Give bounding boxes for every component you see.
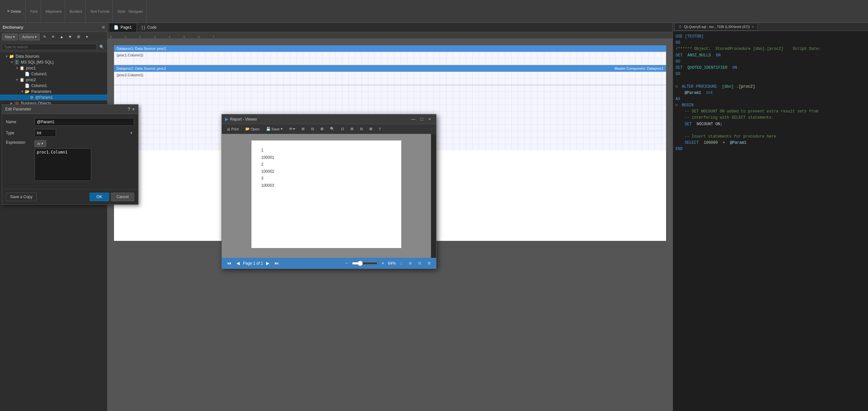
tree-item-mssql[interactable]: ▼ 🗄️ MS SQL [MS SQL] xyxy=(0,59,107,65)
delete-icon: ✕ xyxy=(7,9,10,13)
nav-next-button[interactable]: ▶ xyxy=(264,260,271,266)
dialog-help-button[interactable]: ? xyxy=(128,107,130,112)
top-toolbar: ✕ Delete Font Alignment Borders Text For… xyxy=(0,0,868,23)
sql-line: ⊟ ALTER PROCEDURE [dbo].[proc2] xyxy=(676,84,865,90)
dictionary-header: Dictionary ⊞ xyxy=(0,23,107,32)
band2-content: {proc2.Column1} xyxy=(114,72,666,85)
viewer-view2-button[interactable]: ⊞ xyxy=(348,125,356,132)
viewer-scrollbar[interactable] xyxy=(431,134,436,258)
fx-button[interactable]: fx ▾ xyxy=(34,140,46,147)
expression-textarea[interactable]: proc1.Column1 xyxy=(34,148,91,181)
viewer-print-button[interactable]: 🖨 Print xyxy=(224,126,241,132)
viewer-help-button[interactable]: ? xyxy=(376,126,383,132)
tree-item-proc2-column1[interactable]: 📄 Column1 xyxy=(0,83,107,89)
report-canvas[interactable]: Dataproc1: Data Source: proc1 {proc1.Col… xyxy=(107,39,673,411)
viewer-data-line: 100003 xyxy=(261,182,392,189)
sql-line: SET NOCOUNT ON; xyxy=(676,121,865,127)
sql-tab-bar: 🗒 QLQuery6.sql - loc...TDB (LSK\leshi (6… xyxy=(673,23,868,31)
type-select[interactable]: Int String Bool DateTime Float xyxy=(34,129,56,137)
viewer-title: ▶ Report - Viewer xyxy=(225,117,257,122)
tab-page1[interactable]: 📄 Page1 xyxy=(109,23,137,32)
page-icon: 📄 xyxy=(114,25,119,30)
search-input[interactable] xyxy=(2,44,97,50)
delete-icon-button[interactable]: ✕ xyxy=(50,33,57,40)
zoom-slider[interactable] xyxy=(352,261,378,266)
nav-first-button[interactable]: ⏮ xyxy=(225,260,233,266)
viewer-minimize-button[interactable]: — xyxy=(409,116,417,122)
sql-line: SELECT 100000 + @Param1 xyxy=(676,140,865,146)
viewer-controls: — □ × xyxy=(409,116,433,122)
save-copy-button[interactable]: Save a Copy xyxy=(6,193,37,201)
sql-tab[interactable]: 🗒 QLQuery6.sql - loc...TDB (LSK\leshi (6… xyxy=(674,23,758,31)
page-layout-button[interactable]: □ xyxy=(398,260,405,267)
viewer-view3-button[interactable]: ⊟ xyxy=(358,125,365,132)
ruler: 0 1 2 3 4 5 6 7 xyxy=(107,32,673,39)
viewer-data-line: 1 xyxy=(261,147,392,154)
zoom-level-label: 64% xyxy=(388,261,396,266)
tree-item-param1[interactable]: ⚙ @Param1 xyxy=(0,94,107,100)
dictionary-toolbar: New ▾ Actions ▾ ✎ ✕ ▲ ▼ ⚙ ▾ xyxy=(0,32,107,42)
viewer-layout1-button[interactable]: ⊞ xyxy=(299,125,307,132)
print-layout-button[interactable]: ⊠ xyxy=(425,260,433,267)
alignment-group: Alignment xyxy=(42,0,65,23)
viewer-toolbar: 🖨 Print 📂 Open 💾 Save ▾ ✉ ▾ xyxy=(222,124,436,134)
tab-code[interactable]: { } Code xyxy=(137,23,161,32)
help-icon: ? xyxy=(379,127,381,131)
tree-item-proc1-column1[interactable]: 📄 Column1 xyxy=(0,71,107,77)
move-down-icon-button[interactable]: ▼ xyxy=(66,33,73,40)
move-up-icon-button[interactable]: ▲ xyxy=(58,33,65,40)
text-format-label: Text Format xyxy=(89,9,111,13)
dialog-close-button[interactable]: × xyxy=(132,107,135,112)
zoom-out-button[interactable]: − xyxy=(343,260,350,266)
viewer-email-button[interactable]: ✉ ▾ xyxy=(287,125,298,132)
tree-item-parameters[interactable]: ▼ 📂 Parameters xyxy=(0,89,107,94)
nav-last-button[interactable]: ⏭ xyxy=(273,260,281,266)
viewer-maximize-button[interactable]: □ xyxy=(419,116,425,122)
sql-tab-close-button[interactable]: × xyxy=(752,25,754,29)
tree-item-proc1[interactable]: ▼ 📋 proc1 xyxy=(0,65,107,71)
zoom-in-button[interactable]: + xyxy=(380,260,386,266)
sql-line: SET ANSI_NULLS ON xyxy=(676,53,865,59)
fx-dropdown-icon: ▾ xyxy=(41,142,43,146)
nav-prev-button[interactable]: ◀ xyxy=(235,260,242,266)
sql-line: /****** Object: StoredProcedure [dbo].[p… xyxy=(676,46,865,52)
band2-header: Dataproc2: Data Source: proc2 Master Com… xyxy=(114,65,666,72)
viewer-layout2-button[interactable]: ⊟ xyxy=(309,125,316,132)
settings-icon-button[interactable]: ⚙ xyxy=(75,33,82,40)
cancel-button[interactable]: Cancel xyxy=(111,193,134,201)
viewer-view1-button[interactable]: ⊡ xyxy=(339,125,346,132)
sql-line: @Param1 int xyxy=(676,90,865,96)
edit-icon-button[interactable]: ✎ xyxy=(41,33,48,40)
panel-options-icon[interactable]: ⊞ xyxy=(102,25,104,29)
name-input[interactable] xyxy=(34,118,134,126)
sql-tab-icon: 🗒 xyxy=(678,25,682,29)
two-page-button[interactable]: ⊞ xyxy=(406,260,414,267)
dictionary-title: Dictionary xyxy=(3,25,24,30)
viewer-page-area[interactable]: 1 100001 2 100002 3 100003 xyxy=(222,134,431,258)
settings-dropdown-icon-button[interactable]: ▾ xyxy=(83,33,91,40)
viewer-open-button[interactable]: 📂 Open xyxy=(243,125,262,132)
clipboard-group: ✕ Delete xyxy=(3,0,26,23)
dialog-title-bar: Edit Parameter ? × xyxy=(2,105,138,114)
tree-item-datasources[interactable]: ▼ 📁 Data Sources xyxy=(0,54,107,59)
viewer-close-button[interactable]: × xyxy=(426,116,433,122)
new-button[interactable]: New ▾ xyxy=(2,34,18,40)
actions-button[interactable]: Actions ▾ xyxy=(19,34,40,40)
multi-page-button[interactable]: ⊟ xyxy=(416,260,424,267)
viewer-search-button[interactable]: 🔍 xyxy=(328,125,337,132)
email-dropdown-icon: ▾ xyxy=(293,127,295,131)
search-toolbar: 🔍 xyxy=(0,42,107,52)
sql-line: GO xyxy=(676,71,865,77)
save-icon: 💾 xyxy=(266,127,271,131)
page-info: Page 1 of 1 xyxy=(243,261,263,266)
viewer-save-button[interactable]: 💾 Save ▾ xyxy=(264,125,285,132)
expression-label: Expression xyxy=(6,140,32,145)
viewer-layout3-button[interactable]: ⊠ xyxy=(318,125,326,132)
sql-content[interactable]: USE [TESTDB] GO /****** Object: StoredPr… xyxy=(673,31,868,411)
search-icon-button[interactable]: 🔍 xyxy=(98,43,105,51)
viewer-view4-button[interactable]: ⊠ xyxy=(367,125,375,132)
ok-button[interactable]: OK xyxy=(90,193,109,201)
tree-item-proc2[interactable]: ▼ 📋 proc2 xyxy=(0,77,107,83)
delete-button[interactable]: ✕ Delete xyxy=(5,7,24,15)
new-dropdown-icon: ▾ xyxy=(13,35,15,39)
